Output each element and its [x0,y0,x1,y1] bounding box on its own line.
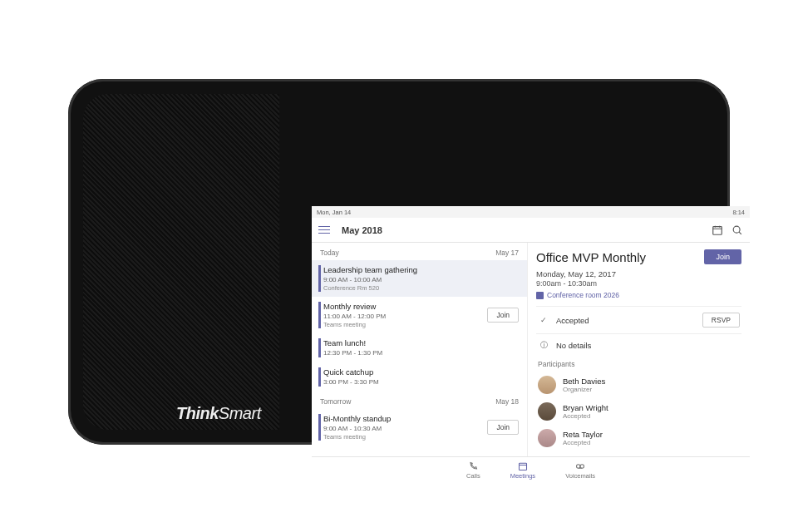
check-icon: ✓ [538,316,549,324]
participant-row[interactable]: Bryan Wright Accepted [536,398,741,425]
device-frame: ThinkSmart Mon, Jan 14 8:14 May 2018 Tod… [68,79,730,445]
detail-date: Monday, May 12, 2017 [536,269,741,278]
screen: Mon, Jan 14 8:14 May 2018 Today May 17 [312,206,750,483]
nav-calls[interactable]: Calls [466,461,480,480]
header-title: May 2018 [342,225,382,235]
svg-rect-0 [713,226,722,234]
event-item[interactable]: Bi-Monthly standup 9:00 AM - 10:30 AM Te… [312,409,527,446]
event-list: Today May 17 Leadership team gathering 9… [312,243,528,456]
device-brand: ThinkSmart [176,404,261,423]
avatar [538,376,556,394]
status-date: Mon, Jan 14 [317,209,351,216]
detail-room[interactable]: Conference room 2026 [536,291,741,299]
event-item[interactable]: Quick catchup 3:00 PM - 3:30 PM [312,362,527,392]
status-row: ✓ Accepted RSVP [536,306,741,333]
nav-meetings[interactable]: Meetings [510,461,535,480]
status-bar: Mon, Jan 14 8:14 [312,206,750,218]
speaker-grille [83,94,279,430]
info-icon: ⓘ [538,340,549,351]
teams-icon [536,292,544,299]
day-header: Tomorrow May 18 [312,392,527,409]
svg-point-3 [577,464,581,468]
search-icon[interactable] [732,224,743,236]
nav-voicemails[interactable]: Voicemails [565,461,595,480]
svg-point-1 [733,226,740,233]
participant-row[interactable]: Beth Davies Organizer [536,372,741,398]
join-button-small[interactable]: Join [487,420,519,435]
hamburger-icon[interactable] [318,226,330,234]
join-button[interactable]: Join [704,249,741,264]
status-time: 8:14 [732,209,745,216]
bottom-nav: Calls Meetings Voicemails [312,456,750,483]
participants-label: Participants [536,357,741,372]
svg-point-4 [580,464,584,468]
rsvp-button[interactable]: RSVP [702,313,740,328]
event-item[interactable]: Monthly review 11:00 AM - 12:00 PM Teams… [312,297,527,333]
participant-row[interactable]: Reta Taylor Accepted [536,425,741,451]
svg-rect-2 [519,463,526,470]
avatar [538,402,556,421]
avatar [538,429,556,447]
calendar-icon[interactable] [712,224,723,236]
detail-time: 9:00am - 10:30am [536,279,741,288]
day-header: Today May 17 [312,243,527,260]
event-detail: Office MVP Monthly Join Monday, May 12, … [528,243,750,456]
details-row: ⓘ No details [536,333,741,357]
event-item[interactable]: Team lunch! 12:30 PM - 1:30 PM [312,333,527,362]
app-header: May 2018 [312,218,750,243]
event-item[interactable]: Leadership team gathering 9:00 AM - 10:0… [312,260,527,297]
detail-title: Office MVP Monthly [536,250,704,264]
join-button-small[interactable]: Join [487,308,519,323]
